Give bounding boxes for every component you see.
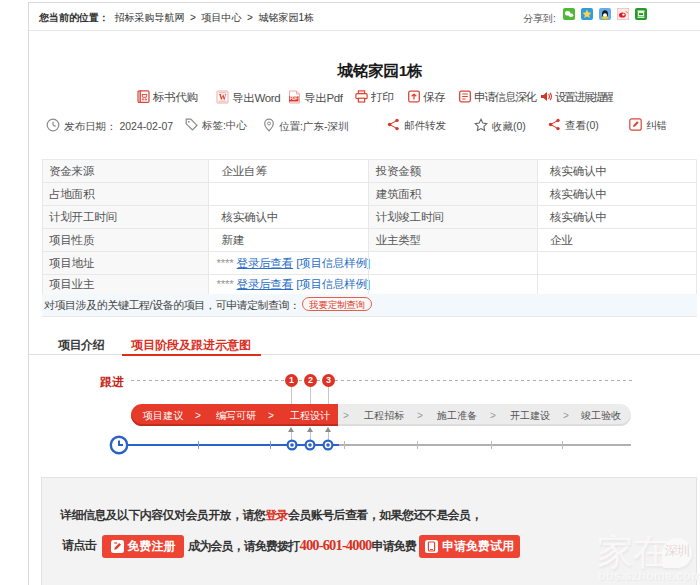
- svg-text:W: W: [219, 93, 227, 102]
- svg-text:PDF: PDF: [290, 96, 299, 101]
